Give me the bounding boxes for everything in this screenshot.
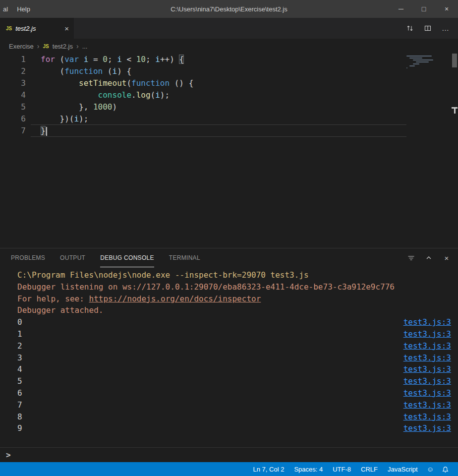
source-link[interactable]: test3.js:3 <box>403 352 451 364</box>
console-value: 0 <box>17 316 22 328</box>
code-text: }, 1000) <box>41 101 117 113</box>
source-link[interactable]: test3.js:3 <box>403 422 451 434</box>
console-value: 8 <box>17 411 22 423</box>
tab-close-icon[interactable]: × <box>64 24 69 33</box>
code-text: console.log(i); <box>41 89 170 101</box>
source-link[interactable]: test3.js:3 <box>403 363 451 375</box>
console-output-row: 1test3.js:3 <box>17 328 458 340</box>
panel-header: PROBLEMSOUTPUTDEBUG CONSOLETERMINAL × <box>0 248 458 267</box>
chevron-right-icon: › <box>76 42 79 50</box>
line-number: 3 <box>0 77 26 89</box>
code-line[interactable]: 3 setTimeout(function () { <box>0 77 458 89</box>
code-line[interactable]: 2 (function (i) { <box>0 65 458 77</box>
notifications-bell-icon[interactable] <box>438 466 453 473</box>
console-output-row: 4test3.js:3 <box>17 363 458 375</box>
code-text: for (var i = 0; i < 10; i++) { <box>41 54 184 65</box>
tab-test2js[interactable]: JS test2.js × <box>0 18 74 39</box>
console-output-row: 6test3.js:3 <box>17 387 458 399</box>
source-link[interactable]: test3.js:3 <box>403 411 451 423</box>
menu-help[interactable]: Help <box>12 5 35 13</box>
panel-tab-terminal[interactable]: TERMINAL <box>169 248 200 267</box>
editor-scrollbar[interactable] <box>451 54 458 248</box>
console-value: 9 <box>17 422 22 434</box>
console-value: 1 <box>17 328 22 340</box>
panel-tab-problems[interactable]: PROBLEMS <box>11 248 45 267</box>
split-editor-icon[interactable] <box>423 24 432 33</box>
code-text: })(i); <box>41 113 88 125</box>
status-language-mode[interactable]: JavaScript <box>383 466 423 473</box>
console-help-link[interactable]: https://nodejs.org/en/docs/inspector <box>89 294 261 303</box>
console-output-row: 2test3.js:3 <box>17 340 458 352</box>
panel-tabs: PROBLEMSOUTPUTDEBUG CONSOLETERMINAL <box>11 248 200 267</box>
line-number: 4 <box>0 89 26 101</box>
code-line[interactable]: 5 }, 1000) <box>0 101 458 113</box>
source-link[interactable]: test3.js:3 <box>403 328 451 340</box>
minimize-button[interactable]: ─ <box>390 0 412 18</box>
console-line: For help, see: https://nodejs.org/en/doc… <box>17 293 458 305</box>
collapse-panel-icon[interactable] <box>424 253 433 262</box>
line-number: 7 <box>0 125 26 137</box>
console-output-row: 9test3.js:3 <box>17 422 458 434</box>
panel-body: C:\Program Files\nodejs\node.exe --inspe… <box>0 267 458 462</box>
breadcrumb-folder[interactable]: Exercise <box>9 43 34 50</box>
javascript-file-icon: JS <box>43 44 49 49</box>
source-link[interactable]: test3.js:3 <box>403 340 451 352</box>
tab-label: test2.js <box>15 25 61 32</box>
compare-changes-icon[interactable] <box>405 24 414 33</box>
filter-icon[interactable] <box>406 253 415 262</box>
source-link[interactable]: test3.js:3 <box>403 387 451 399</box>
code-lines: 1for (var i = 0; i < 10; i++) {2 (functi… <box>0 54 458 137</box>
vscode-window: al Help C:\Users\nina7\Desktop\Exercise\… <box>0 0 458 476</box>
status-bar: Ln 7, Col 2Spaces: 4UTF-8CRLFJavaScript … <box>0 462 458 476</box>
console-value: 3 <box>17 352 22 364</box>
minimap[interactable] <box>406 56 449 69</box>
console-line: Debugger listening on ws://127.0.0.1:290… <box>17 281 458 293</box>
minimap-line <box>406 56 432 57</box>
status-eol[interactable]: CRLF <box>356 466 383 473</box>
status-items: Ln 7, Col 2Spaces: 4UTF-8CRLFJavaScript <box>248 466 423 473</box>
feedback-smiley-icon[interactable]: ☺ <box>423 465 438 473</box>
bottom-panel: PROBLEMSOUTPUTDEBUG CONSOLETERMINAL × C:… <box>0 248 458 462</box>
console-output-row: 0test3.js:3 <box>17 316 458 328</box>
console-value: 4 <box>17 363 22 375</box>
more-actions-icon[interactable]: … <box>441 24 450 33</box>
breadcrumb-symbol[interactable]: ... <box>82 43 88 50</box>
editor-actions: … <box>405 18 458 39</box>
status-encoding[interactable]: UTF-8 <box>328 466 356 473</box>
prompt-icon: > <box>6 450 11 460</box>
code-line[interactable]: 4 console.log(i); <box>0 89 458 101</box>
minimap-line <box>409 65 414 66</box>
code-line[interactable]: 7} <box>0 125 458 137</box>
console-output-row: 3test3.js:3 <box>17 352 458 364</box>
line-number: 5 <box>0 101 26 113</box>
code-line[interactable]: 1for (var i = 0; i < 10; i++) { <box>0 54 458 65</box>
minimap-line <box>413 63 420 64</box>
debug-console-input[interactable]: > <box>0 447 458 462</box>
maximize-button[interactable]: □ <box>412 0 435 18</box>
window-controls: ─ □ × <box>390 0 458 18</box>
source-link[interactable]: test3.js:3 <box>403 399 451 411</box>
code-line[interactable]: 6 })(i); <box>0 113 458 125</box>
code-text: (function (i) { <box>41 65 131 77</box>
breadcrumb: Exercise › JS test2.js › ... <box>0 39 458 54</box>
source-link[interactable]: test3.js:3 <box>403 375 451 387</box>
status-indentation[interactable]: Spaces: 4 <box>289 466 328 473</box>
status-cursor-position[interactable]: Ln 7, Col 2 <box>248 466 289 473</box>
close-panel-icon[interactable]: × <box>442 253 451 262</box>
code-editor[interactable]: 1for (var i = 0; i < 10; i++) {2 (functi… <box>0 54 458 248</box>
console-output-row: 5test3.js:3 <box>17 375 458 387</box>
source-link[interactable]: test3.js:3 <box>403 316 451 328</box>
breadcrumb-file[interactable]: test2.js <box>53 43 73 50</box>
editor-tab-bar: JS test2.js × … <box>0 18 458 39</box>
console-output-row: 8test3.js:3 <box>17 411 458 423</box>
panel-tab-debug-console[interactable]: DEBUG CONSOLE <box>100 248 154 267</box>
javascript-file-icon: JS <box>6 26 12 31</box>
line-number: 2 <box>0 65 26 77</box>
menu-terminal[interactable]: al <box>0 5 12 13</box>
scrollbar-thumb[interactable] <box>452 54 457 67</box>
console-line: C:\Program Files\nodejs\node.exe --inspe… <box>17 269 458 281</box>
minimap-line <box>409 58 422 59</box>
line-number: 6 <box>0 113 26 125</box>
close-window-button[interactable]: × <box>435 0 458 18</box>
panel-tab-output[interactable]: OUTPUT <box>60 248 85 267</box>
